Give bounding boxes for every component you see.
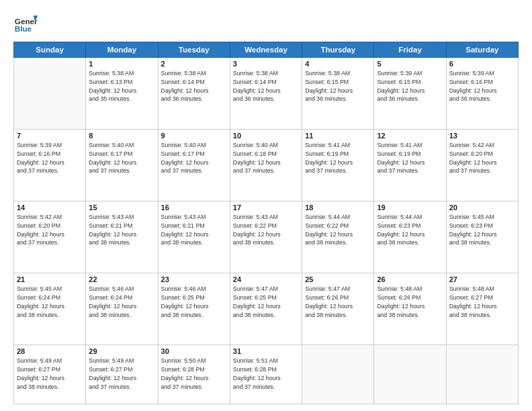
day-cell: 3Sunrise: 5:38 AM Sunset: 6:14 PM Daylig… bbox=[230, 58, 302, 130]
day-number: 25 bbox=[305, 275, 371, 283]
day-number: 8 bbox=[89, 132, 154, 140]
day-info: Sunrise: 5:45 AM Sunset: 6:24 PM Dayligh… bbox=[17, 285, 83, 319]
day-cell: 13Sunrise: 5:42 AM Sunset: 6:20 PM Dayli… bbox=[446, 130, 518, 201]
day-cell: 18Sunrise: 5:44 AM Sunset: 6:22 PM Dayli… bbox=[302, 201, 374, 273]
logo-icon: General Blue bbox=[13, 11, 38, 35]
day-number: 16 bbox=[161, 203, 227, 212]
day-cell: 4Sunrise: 5:38 AM Sunset: 6:15 PM Daylig… bbox=[302, 58, 374, 130]
day-number: 2 bbox=[161, 60, 227, 68]
day-cell: 10Sunrise: 5:40 AM Sunset: 6:18 PM Dayli… bbox=[230, 130, 302, 201]
day-number: 20 bbox=[449, 203, 515, 212]
weekday-header-thursday: Thursday bbox=[302, 42, 374, 58]
day-cell: 22Sunrise: 5:46 AM Sunset: 6:24 PM Dayli… bbox=[86, 273, 158, 345]
day-number: 23 bbox=[161, 275, 227, 283]
page: General Blue SundayMondayTuesdayWednesda… bbox=[0, 0, 532, 411]
day-cell: 2Sunrise: 5:38 AM Sunset: 6:14 PM Daylig… bbox=[158, 58, 230, 130]
day-number: 13 bbox=[449, 132, 515, 140]
day-info: Sunrise: 5:43 AM Sunset: 6:21 PM Dayligh… bbox=[161, 213, 227, 247]
day-cell: 6Sunrise: 5:39 AM Sunset: 6:16 PM Daylig… bbox=[446, 58, 518, 130]
day-number: 27 bbox=[449, 275, 515, 283]
day-info: Sunrise: 5:46 AM Sunset: 6:24 PM Dayligh… bbox=[89, 285, 154, 319]
day-cell: 21Sunrise: 5:45 AM Sunset: 6:24 PM Dayli… bbox=[14, 273, 86, 345]
day-number: 4 bbox=[305, 60, 371, 68]
weekday-header-wednesday: Wednesday bbox=[230, 42, 302, 58]
day-cell: 11Sunrise: 5:41 AM Sunset: 6:19 PM Dayli… bbox=[302, 130, 374, 201]
day-cell: 7Sunrise: 5:39 AM Sunset: 6:16 PM Daylig… bbox=[14, 130, 86, 201]
day-cell: 15Sunrise: 5:43 AM Sunset: 6:21 PM Dayli… bbox=[86, 201, 158, 273]
logo: General Blue bbox=[13, 11, 39, 35]
day-info: Sunrise: 5:40 AM Sunset: 6:17 PM Dayligh… bbox=[161, 141, 227, 175]
day-number: 10 bbox=[233, 132, 299, 140]
weekday-header-saturday: Saturday bbox=[446, 42, 518, 58]
day-cell bbox=[302, 345, 374, 404]
day-info: Sunrise: 5:50 AM Sunset: 6:28 PM Dayligh… bbox=[161, 357, 227, 391]
day-info: Sunrise: 5:48 AM Sunset: 6:26 PM Dayligh… bbox=[377, 285, 443, 319]
day-info: Sunrise: 5:39 AM Sunset: 6:16 PM Dayligh… bbox=[449, 69, 515, 103]
header: General Blue bbox=[13, 11, 519, 35]
day-cell: 8Sunrise: 5:40 AM Sunset: 6:17 PM Daylig… bbox=[86, 130, 158, 201]
week-row-4: 21Sunrise: 5:45 AM Sunset: 6:24 PM Dayli… bbox=[14, 273, 519, 345]
day-info: Sunrise: 5:49 AM Sunset: 6:27 PM Dayligh… bbox=[17, 357, 83, 391]
day-cell: 9Sunrise: 5:40 AM Sunset: 6:17 PM Daylig… bbox=[158, 130, 230, 201]
day-info: Sunrise: 5:47 AM Sunset: 6:25 PM Dayligh… bbox=[233, 285, 299, 319]
day-number: 17 bbox=[233, 203, 299, 212]
day-info: Sunrise: 5:42 AM Sunset: 6:20 PM Dayligh… bbox=[449, 141, 515, 175]
day-cell: 23Sunrise: 5:46 AM Sunset: 6:25 PM Dayli… bbox=[158, 273, 230, 345]
day-number: 29 bbox=[89, 347, 154, 355]
day-cell: 14Sunrise: 5:42 AM Sunset: 6:20 PM Dayli… bbox=[14, 201, 86, 273]
weekday-header-friday: Friday bbox=[374, 42, 446, 58]
day-number: 12 bbox=[377, 132, 443, 140]
day-cell bbox=[446, 345, 518, 404]
day-cell: 29Sunrise: 5:49 AM Sunset: 6:27 PM Dayli… bbox=[86, 345, 158, 404]
day-cell: 1Sunrise: 5:38 AM Sunset: 6:13 PM Daylig… bbox=[86, 58, 158, 130]
weekday-header-sunday: Sunday bbox=[14, 42, 86, 58]
day-info: Sunrise: 5:38 AM Sunset: 6:14 PM Dayligh… bbox=[233, 69, 299, 103]
day-number: 21 bbox=[17, 275, 83, 283]
day-number: 28 bbox=[17, 347, 83, 355]
week-row-5: 28Sunrise: 5:49 AM Sunset: 6:27 PM Dayli… bbox=[14, 345, 519, 404]
day-cell: 26Sunrise: 5:48 AM Sunset: 6:26 PM Dayli… bbox=[374, 273, 446, 345]
day-cell: 25Sunrise: 5:47 AM Sunset: 6:26 PM Dayli… bbox=[302, 273, 374, 345]
day-number: 26 bbox=[377, 275, 443, 283]
day-info: Sunrise: 5:44 AM Sunset: 6:22 PM Dayligh… bbox=[305, 213, 371, 247]
day-info: Sunrise: 5:38 AM Sunset: 6:14 PM Dayligh… bbox=[161, 69, 227, 103]
day-number: 6 bbox=[449, 60, 515, 68]
weekday-header-monday: Monday bbox=[86, 42, 158, 58]
weekday-header-row: SundayMondayTuesdayWednesdayThursdayFrid… bbox=[14, 42, 519, 58]
day-cell: 17Sunrise: 5:43 AM Sunset: 6:22 PM Dayli… bbox=[230, 201, 302, 273]
day-info: Sunrise: 5:41 AM Sunset: 6:19 PM Dayligh… bbox=[377, 141, 443, 175]
day-cell: 20Sunrise: 5:45 AM Sunset: 6:23 PM Dayli… bbox=[446, 201, 518, 273]
calendar-table: SundayMondayTuesdayWednesdayThursdayFrid… bbox=[13, 42, 519, 404]
day-info: Sunrise: 5:38 AM Sunset: 6:15 PM Dayligh… bbox=[305, 69, 371, 103]
day-cell: 31Sunrise: 5:51 AM Sunset: 6:28 PM Dayli… bbox=[230, 345, 302, 404]
day-number: 7 bbox=[17, 132, 83, 140]
day-cell: 12Sunrise: 5:41 AM Sunset: 6:19 PM Dayli… bbox=[374, 130, 446, 201]
day-info: Sunrise: 5:46 AM Sunset: 6:25 PM Dayligh… bbox=[161, 285, 227, 319]
day-number: 5 bbox=[377, 60, 443, 68]
day-info: Sunrise: 5:39 AM Sunset: 6:15 PM Dayligh… bbox=[377, 69, 443, 103]
day-info: Sunrise: 5:40 AM Sunset: 6:18 PM Dayligh… bbox=[233, 141, 299, 175]
day-cell: 16Sunrise: 5:43 AM Sunset: 6:21 PM Dayli… bbox=[158, 201, 230, 273]
day-info: Sunrise: 5:39 AM Sunset: 6:16 PM Dayligh… bbox=[17, 141, 83, 175]
day-info: Sunrise: 5:44 AM Sunset: 6:23 PM Dayligh… bbox=[377, 213, 443, 247]
week-row-3: 14Sunrise: 5:42 AM Sunset: 6:20 PM Dayli… bbox=[14, 201, 519, 273]
day-info: Sunrise: 5:40 AM Sunset: 6:17 PM Dayligh… bbox=[89, 141, 154, 175]
week-row-1: 1Sunrise: 5:38 AM Sunset: 6:13 PM Daylig… bbox=[14, 58, 519, 130]
day-cell: 28Sunrise: 5:49 AM Sunset: 6:27 PM Dayli… bbox=[14, 345, 86, 404]
weekday-header-tuesday: Tuesday bbox=[158, 42, 230, 58]
day-cell: 5Sunrise: 5:39 AM Sunset: 6:15 PM Daylig… bbox=[374, 58, 446, 130]
day-number: 1 bbox=[89, 60, 154, 68]
day-cell: 24Sunrise: 5:47 AM Sunset: 6:25 PM Dayli… bbox=[230, 273, 302, 345]
day-cell bbox=[14, 58, 86, 130]
day-info: Sunrise: 5:42 AM Sunset: 6:20 PM Dayligh… bbox=[17, 213, 83, 247]
week-row-2: 7Sunrise: 5:39 AM Sunset: 6:16 PM Daylig… bbox=[14, 130, 519, 201]
day-info: Sunrise: 5:43 AM Sunset: 6:22 PM Dayligh… bbox=[233, 213, 299, 247]
day-number: 18 bbox=[305, 203, 371, 212]
day-number: 31 bbox=[233, 347, 299, 355]
day-cell: 19Sunrise: 5:44 AM Sunset: 6:23 PM Dayli… bbox=[374, 201, 446, 273]
day-number: 19 bbox=[377, 203, 443, 212]
day-number: 3 bbox=[233, 60, 299, 68]
day-number: 9 bbox=[161, 132, 227, 140]
day-number: 14 bbox=[17, 203, 83, 212]
day-cell: 27Sunrise: 5:48 AM Sunset: 6:27 PM Dayli… bbox=[446, 273, 518, 345]
